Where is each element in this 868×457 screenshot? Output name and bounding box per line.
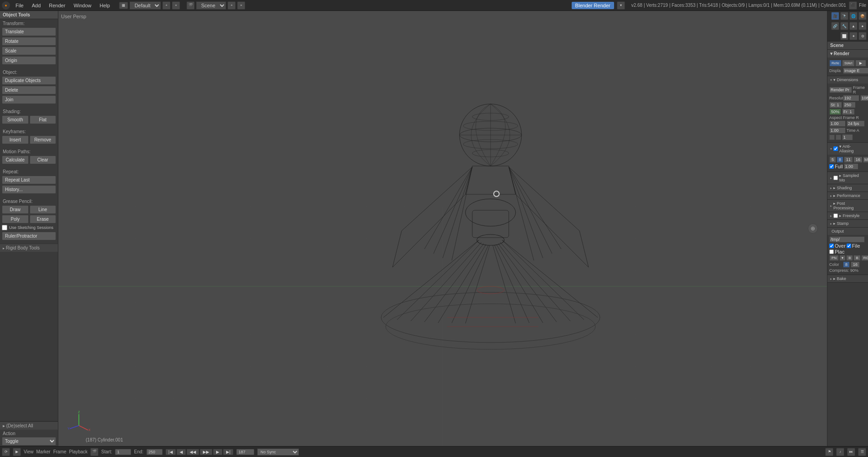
layout-selector[interactable]: Default <box>129 1 161 10</box>
add-layout-icon[interactable]: + <box>162 1 170 10</box>
aa-5-button[interactable]: 5 <box>829 156 836 163</box>
color-16-button[interactable]: 16 <box>851 261 860 268</box>
object-icon[interactable]: 📦 <box>858 12 867 20</box>
freestyle-header[interactable]: ▸ ▸ Freestyle <box>827 212 868 219</box>
play-reverse-button[interactable]: ◀◀ <box>186 449 199 455</box>
translate-button[interactable]: Translate <box>2 27 56 36</box>
render-preset-input[interactable] <box>829 87 852 93</box>
smooth-button[interactable]: Smooth <box>2 115 29 124</box>
rg-button[interactable]: RG <box>861 255 868 261</box>
color-8-button[interactable]: 8 <box>843 261 850 268</box>
nav-dot[interactable]: ⊕ <box>808 223 818 234</box>
timeline-mode-icon[interactable]: ⟳ <box>2 448 10 456</box>
rigid-body-tools-toggle[interactable]: ▸ Rigid Body Tools <box>0 244 58 252</box>
b-button[interactable]: B <box>846 255 853 261</box>
shading-section-header[interactable]: ▸ ▸ Shading <box>827 184 868 192</box>
dimensions-header[interactable]: ▾ ▾ Dimensions <box>827 76 868 83</box>
repeat-last-button[interactable]: Repeat Last <box>2 176 56 184</box>
engine-selector[interactable]: Blender Render <box>572 2 614 9</box>
display-input[interactable] <box>843 68 868 74</box>
aa-16-button[interactable]: 16 <box>853 156 863 163</box>
sampled-checkbox[interactable] <box>833 176 838 180</box>
post-processing-header[interactable]: ▸ ▸ Post Processing <box>827 200 868 212</box>
sync-icon[interactable]: ▶ <box>13 448 21 456</box>
join-button[interactable]: Join <box>2 95 56 104</box>
anti-aliasing-header[interactable]: ▾ ▾ Anti-Aliasing <box>827 143 868 155</box>
performance-header[interactable]: ▸ ▸ Performance <box>827 192 868 199</box>
scale-button[interactable]: Scale <box>2 47 56 55</box>
stamp-header[interactable]: ▸ ▸ Stamp <box>827 220 868 227</box>
jump-start-button[interactable]: |◀ <box>165 449 176 455</box>
aa-8-button[interactable]: 8 <box>837 156 843 163</box>
data-icon[interactable]: ▲ <box>849 22 858 30</box>
keying-icon[interactable]: ⚑ <box>825 448 833 456</box>
calculate-button[interactable]: Calculate <box>2 156 29 164</box>
playback-icon[interactable]: 🎬 <box>90 448 98 456</box>
fps-input[interactable] <box>847 120 865 127</box>
engine-arrow-icon[interactable]: ▾ <box>617 1 625 10</box>
mitch-input[interactable] <box>863 156 868 163</box>
remove-button[interactable]: Remove <box>30 135 57 144</box>
aspect-y-input[interactable] <box>829 127 846 134</box>
res-y-input[interactable] <box>860 95 868 101</box>
overwrite-checkbox[interactable] <box>829 244 834 248</box>
file-checkbox[interactable] <box>847 244 851 248</box>
menu-file[interactable]: File <box>13 2 26 9</box>
scene-selector[interactable]: Scene <box>196 1 226 10</box>
remove-layout-icon[interactable]: × <box>172 1 180 10</box>
next-frame-button[interactable]: ▶ <box>213 449 222 455</box>
render-tab-2[interactable]: ▶ <box>855 60 866 67</box>
aspect-x-input[interactable] <box>829 120 846 127</box>
use-sketching-checkbox[interactable] <box>2 225 7 230</box>
erase-button[interactable]: Erase <box>30 215 57 223</box>
frame-range-r-input[interactable] <box>842 109 855 115</box>
particle-icon[interactable]: ✦ <box>849 32 858 40</box>
frame-skip-icon[interactable]: ⏭ <box>847 448 855 456</box>
jump-end-button[interactable]: ▶| <box>223 449 233 455</box>
b2-button[interactable]: B <box>853 255 860 261</box>
line-button[interactable]: Line <box>30 205 57 214</box>
delete-button[interactable]: Delete <box>2 86 56 94</box>
sync-selector[interactable]: No Sync Frame Dropping Sync to Audio <box>257 448 299 456</box>
material-icon[interactable]: ● <box>858 22 867 30</box>
menu-render[interactable]: Render <box>46 2 68 9</box>
poly-button[interactable]: Poly <box>2 215 29 223</box>
render-tab-0[interactable]: Refe <box>829 60 842 67</box>
res-x-input[interactable] <box>843 95 859 101</box>
insert-button[interactable]: Insert <box>2 135 29 144</box>
freestyle-checkbox[interactable] <box>833 213 838 218</box>
flat-button[interactable]: Flat <box>30 115 57 124</box>
prev-frame-button[interactable]: ◀ <box>176 449 186 455</box>
aa-11-button[interactable]: 11 <box>844 156 853 163</box>
render-tab-1[interactable]: StArt <box>842 60 855 67</box>
rotate-button[interactable]: Rotate <box>2 37 56 46</box>
draw-button[interactable]: Draw <box>2 205 29 214</box>
menu-help[interactable]: Help <box>97 2 113 9</box>
duplicate-objects-button[interactable]: Duplicate Objects <box>2 76 56 85</box>
frame-end-input[interactable] <box>843 102 856 108</box>
modifiers-icon[interactable]: 🔧 <box>840 22 848 30</box>
physics-icon[interactable]: ⚙ <box>858 32 867 40</box>
plac-checkbox[interactable] <box>829 249 834 254</box>
full-checkbox[interactable] <box>829 164 834 169</box>
menu-add[interactable]: Add <box>29 2 44 9</box>
add-scene-icon[interactable]: + <box>227 1 236 10</box>
bake-header[interactable]: ▸ ▸ Bake <box>827 275 868 282</box>
pn-button[interactable]: PN <box>829 255 839 261</box>
toggle-select[interactable]: Toggle <box>2 437 56 446</box>
world-icon[interactable]: 🌐 <box>849 12 858 20</box>
screen-icon[interactable]: ⬛ <box>849 1 857 10</box>
output-path-input[interactable] <box>829 236 865 243</box>
sampled-header[interactable]: ▸ ▸ Sampled Mo <box>827 172 868 184</box>
percentage-button[interactable]: 50% <box>829 109 841 115</box>
output-header[interactable]: Output <box>827 228 868 235</box>
constraints-icon[interactable]: 🔗 <box>831 22 839 30</box>
origin-button[interactable]: Origin <box>2 56 56 65</box>
texture-icon[interactable]: ⬜ <box>840 32 848 40</box>
remove-scene-icon[interactable]: × <box>237 1 245 10</box>
audio-icon[interactable]: ♪ <box>836 448 844 456</box>
frame-start-input[interactable] <box>829 102 842 108</box>
full-value-input[interactable] <box>844 163 858 170</box>
clear-button[interactable]: Clear <box>30 156 57 164</box>
scene-props-icon[interactable]: 🔭 <box>840 12 848 20</box>
